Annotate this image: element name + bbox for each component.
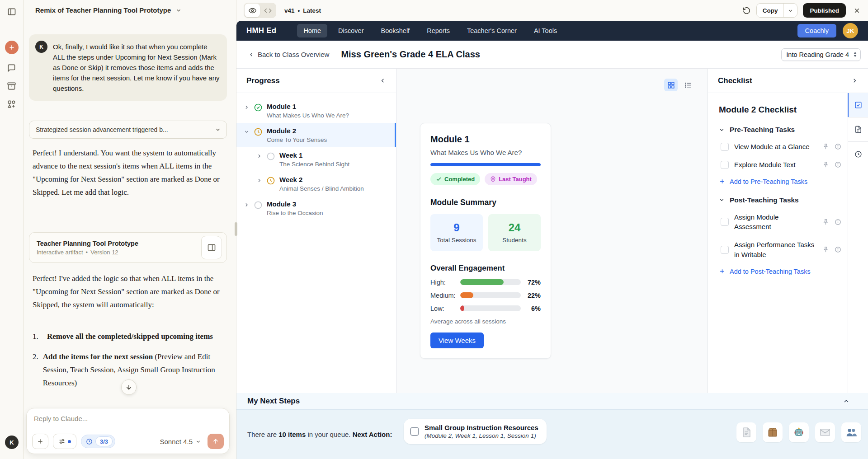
attach-button[interactable] [32,434,48,449]
next-action-subtitle: (Module 2, Week 1, Lesson 1, Session 1) [425,432,538,439]
tree-row-module-1[interactable]: Module 1What Makes Us Who We Are? [236,98,396,123]
list-view-icon[interactable] [681,79,695,91]
caret-right-icon[interactable] [244,202,250,208]
pin-icon[interactable] [822,246,829,253]
version-label[interactable]: v41 • Latest [284,7,321,14]
collapse-chevron-up-icon[interactable] [843,398,850,405]
module-summary-heading: Module Summary [430,198,541,207]
pin-icon[interactable] [822,161,829,168]
tree-row-module-3[interactable]: Module 3Rise to the Occasion [236,196,396,220]
claude-sidebar-rail: K [0,0,24,459]
nav-item-bookshelf[interactable]: Bookshelf [374,24,416,37]
chats-icon[interactable] [5,61,19,75]
brand-logo[interactable]: HMH Ed [246,26,276,35]
scroll-to-bottom-button[interactable] [121,379,137,395]
pane-resize-handle[interactable] [235,222,237,236]
user-avatar[interactable]: JK [843,23,858,38]
engagement-note: Average across all sessions [430,318,541,325]
module-card-subtitle: What Makes Us Who We Are? [430,149,541,156]
task-row: View Module at a Glance [721,142,841,152]
chevron-left-icon [248,52,255,58]
info-icon[interactable] [835,143,841,150]
send-button[interactable] [208,434,224,449]
artifact-toolbar: v41 • Latest Copy Published [236,0,868,21]
copy-button[interactable]: Copy [756,3,798,18]
pin-icon[interactable] [822,143,829,150]
nav-item-discover[interactable]: Discover [332,24,370,37]
pre-teaching-section-header[interactable]: Pre-Teaching Tasks [719,126,841,134]
artifact-preview-icon [201,236,222,259]
next-action-card[interactable]: Small Group Instruction Resources (Modul… [404,419,547,444]
package-icon[interactable] [763,422,783,442]
refresh-icon[interactable] [742,6,751,15]
task-checkbox[interactable] [721,218,729,226]
published-button[interactable]: Published [803,3,846,18]
tools-button[interactable] [53,434,76,449]
preview-eye-icon[interactable] [245,4,260,17]
model-picker[interactable]: Sonnet 4.5 [160,438,201,445]
user-avatar: K [35,41,47,53]
task-checkbox[interactable] [721,246,729,254]
module-card-title: Module 1 [430,134,541,145]
view-weeks-button[interactable]: View Weeks [430,333,484,348]
info-icon[interactable] [835,161,841,168]
nav-item-reports[interactable]: Reports [420,24,456,37]
grid-view-icon[interactable] [664,79,678,91]
add-pre-teaching-task-link[interactable]: Add to Pre-Teaching Tasks [719,178,841,185]
reply-input[interactable] [34,415,223,422]
status-not-started-icon [254,201,263,210]
robot-icon[interactable] [789,422,809,442]
history-tab-icon[interactable] [848,142,868,166]
post-teaching-section-header[interactable]: Post-Teaching Tasks [719,196,841,204]
info-icon[interactable] [835,246,841,253]
caret-down-icon[interactable] [244,129,250,135]
next-action-checkbox[interactable] [410,427,419,436]
nav-item-ai-tools[interactable]: AI Tools [528,24,563,37]
caret-right-icon[interactable] [244,104,250,110]
artifacts-icon[interactable] [5,97,19,111]
task-checkbox[interactable] [721,143,729,151]
expand-panel-chevron-icon[interactable] [851,77,858,84]
program-select[interactable]: Into Reading Grade 4 [781,48,861,61]
back-to-class-overview-link[interactable]: Back to Class Overview [248,51,329,58]
checklist-panel-title: Checklist [718,76,851,85]
new-chat-button[interactable] [5,41,19,54]
coachly-button[interactable]: Coachly [797,24,836,37]
status-in-progress-icon [266,176,275,185]
pin-icon[interactable] [822,219,829,225]
tree-row-module-2[interactable]: Module 2Come To Your Senses [236,123,396,147]
caret-right-icon[interactable] [256,178,262,183]
account-avatar[interactable]: K [5,436,19,449]
list-item-text: Remove all the completed/skipped upcomin… [47,332,213,341]
tree-row-week-1[interactable]: Week 1The Science Behind Sight [236,147,396,172]
preview-code-toggle [244,3,276,18]
copy-dropdown-chevron-icon[interactable] [783,4,797,17]
add-post-teaching-task-link[interactable]: Add to Post-Teaching Tasks [719,268,841,275]
document-icon[interactable] [736,422,756,442]
documents-tab-icon[interactable] [848,117,868,142]
projects-icon[interactable] [5,79,19,93]
artifact-card-title: Teacher Planning Tool Prototype [37,240,201,247]
nav-item-home[interactable]: Home [297,24,327,37]
task-checkbox[interactable] [721,161,729,169]
select-arrows-icon [853,52,858,57]
engagement-heading: Overall Engagement [430,264,541,273]
info-icon[interactable] [835,219,841,225]
collapse-panel-chevron-icon[interactable] [379,77,386,84]
week-name: Week 2 [279,176,302,183]
checklist-tab-icon[interactable] [848,93,868,117]
tools-active-dot [68,440,71,443]
sidebar-toggle-icon[interactable] [5,5,19,19]
usage-quota-pill[interactable]: 3/3 [81,435,115,448]
people-icon[interactable] [841,422,861,442]
caret-right-icon[interactable] [256,153,262,159]
nav-item-teachers-corner[interactable]: Teacher's Corner [461,24,523,37]
thinking-summary[interactable]: Strategized session advancement triggere… [29,121,227,139]
code-icon[interactable] [260,4,275,17]
envelope-icon[interactable] [815,422,835,442]
close-icon[interactable] [853,7,861,14]
tree-row-week-2[interactable]: Week 2Animal Senses / Blind Ambition [236,172,396,196]
artifact-card[interactable]: Teacher Planning Tool Prototype Interact… [29,232,227,263]
conversation-title[interactable]: Remix of Teacher Planning Tool Prototype [35,6,182,14]
task-label: Assign Module Assessment [734,212,817,232]
